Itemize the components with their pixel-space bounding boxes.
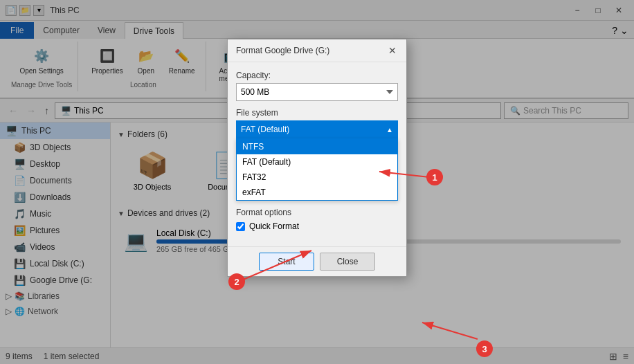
capacity-select[interactable]: 500 MB: [236, 83, 398, 101]
dropdown-arrow-icon: ▲: [386, 126, 393, 134]
modal-footer: Start Close: [228, 246, 406, 276]
filesystem-label: File system: [236, 108, 398, 118]
modal-title: Format Google Drive (G:): [236, 46, 329, 55]
modal-close-button[interactable]: ✕: [387, 45, 398, 56]
close-dialog-button[interactable]: Close: [320, 253, 375, 271]
quick-format-checkbox[interactable]: [236, 222, 245, 231]
modal-body: Capacity: 500 MB File system FAT (Defaul…: [228, 62, 406, 246]
filesystem-selected-value: FAT (Default): [241, 125, 289, 134]
filesystem-option-fat-default[interactable]: FAT (Default): [237, 154, 397, 170]
filesystem-dropdown[interactable]: FAT (Default) ▲ NTFS FAT (Default) FAT32…: [236, 120, 398, 138]
modal-titlebar: Format Google Drive (G:) ✕: [228, 39, 406, 62]
quick-format-row: Quick Format: [236, 221, 398, 231]
filesystem-option-ntfs[interactable]: NTFS: [237, 139, 397, 154]
filesystem-option-exfat[interactable]: exFAT: [237, 185, 397, 200]
capacity-group: Capacity: 500 MB: [236, 71, 398, 101]
quick-format-label: Quick Format: [249, 221, 299, 231]
modal-overlay: Format Google Drive (G:) ✕ Capacity: 500…: [0, 0, 634, 364]
format-options-group: Format options Quick Format: [236, 208, 398, 231]
filesystem-dropdown-list: NTFS FAT (Default) FAT32 exFAT: [236, 138, 398, 201]
capacity-label: Capacity:: [236, 71, 398, 80]
start-button[interactable]: Start: [259, 253, 314, 271]
format-dialog: Format Google Drive (G:) ✕ Capacity: 500…: [227, 39, 407, 277]
filesystem-group: File system FAT (Default) ▲ NTFS FAT (De…: [236, 108, 398, 138]
format-options-label: Format options: [236, 208, 398, 217]
filesystem-selected[interactable]: FAT (Default) ▲: [236, 120, 398, 138]
filesystem-option-fat32[interactable]: FAT32: [237, 170, 397, 185]
